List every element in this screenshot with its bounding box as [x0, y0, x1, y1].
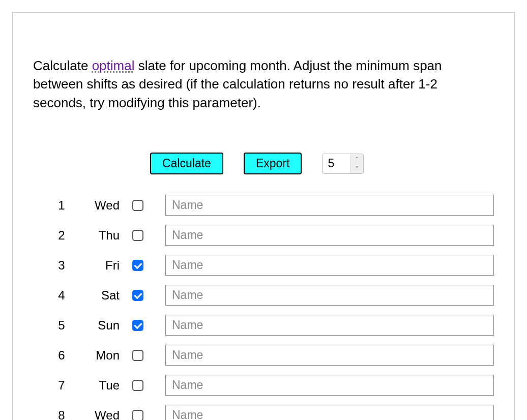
row-day-label: Sat	[77, 288, 123, 303]
row-name-cell	[153, 225, 494, 246]
row-number: 5	[51, 318, 72, 333]
row-checkbox-cell	[128, 290, 148, 301]
export-button[interactable]: Export	[244, 153, 302, 174]
row-name-cell	[153, 195, 494, 216]
row-day-label: Sun	[77, 318, 123, 333]
row-checkbox-cell	[128, 410, 148, 420]
stepper-buttons: ˄ ˅	[350, 154, 363, 173]
calculate-button[interactable]: Calculate	[150, 153, 223, 174]
row-name-cell	[153, 285, 494, 306]
row-day-label: Fri	[77, 258, 123, 273]
row-name-input[interactable]	[165, 255, 494, 276]
row-checkbox[interactable]	[132, 260, 143, 271]
row-name-input[interactable]	[165, 375, 494, 396]
day-row: 1Wed	[51, 195, 494, 216]
row-name-cell	[153, 405, 494, 420]
row-name-input[interactable]	[165, 195, 494, 216]
row-name-input[interactable]	[165, 315, 494, 336]
row-number: 8	[51, 408, 72, 420]
schedule-panel: Calculate optimal slate for upcoming mon…	[12, 12, 515, 420]
row-number: 7	[51, 378, 72, 393]
row-name-input[interactable]	[165, 345, 494, 366]
row-checkbox[interactable]	[132, 290, 143, 301]
day-row: 8Wed	[51, 405, 494, 420]
row-checkbox[interactable]	[132, 230, 143, 241]
day-row: 4Sat	[51, 285, 494, 306]
row-number: 4	[51, 288, 72, 303]
optimal-link[interactable]: optimal	[92, 58, 135, 73]
min-span-input[interactable]	[323, 154, 350, 173]
row-checkbox[interactable]	[132, 410, 143, 420]
row-day-label: Wed	[77, 408, 123, 420]
row-checkbox[interactable]	[132, 320, 143, 331]
controls-bar: Calculate Export ˄ ˅	[33, 153, 494, 174]
row-name-input[interactable]	[165, 405, 494, 420]
day-row: 6Mon	[51, 345, 494, 366]
row-day-label: Tue	[77, 378, 123, 393]
stepper-up-icon[interactable]: ˄	[350, 154, 363, 164]
row-day-label: Mon	[77, 348, 123, 363]
min-span-stepper[interactable]: ˄ ˅	[322, 154, 364, 174]
row-name-cell	[153, 375, 494, 396]
row-checkbox[interactable]	[132, 380, 143, 391]
stepper-down-icon[interactable]: ˅	[350, 164, 363, 173]
row-name-cell	[153, 345, 494, 366]
row-number: 3	[51, 258, 72, 273]
day-rows: 1Wed2Thu3Fri4Sat5Sun6Mon7Tue8Wed	[33, 195, 494, 420]
day-row: 5Sun	[51, 315, 494, 336]
row-number: 2	[51, 228, 72, 243]
day-row: 3Fri	[51, 255, 494, 276]
description-text: Calculate optimal slate for upcoming mon…	[33, 56, 494, 112]
row-day-label: Wed	[77, 198, 123, 213]
row-checkbox-cell	[128, 380, 148, 391]
row-day-label: Thu	[77, 228, 123, 243]
row-checkbox[interactable]	[132, 200, 143, 211]
row-checkbox-cell	[128, 260, 148, 271]
row-checkbox-cell	[128, 350, 148, 361]
row-checkbox-cell	[128, 320, 148, 331]
day-row: 7Tue	[51, 375, 494, 396]
row-name-cell	[153, 255, 494, 276]
row-name-input[interactable]	[165, 225, 494, 246]
description-pre: Calculate	[33, 58, 92, 73]
row-number: 6	[51, 348, 72, 363]
row-checkbox[interactable]	[132, 350, 143, 361]
row-number: 1	[51, 198, 72, 213]
day-row: 2Thu	[51, 225, 494, 246]
row-checkbox-cell	[128, 230, 148, 241]
row-checkbox-cell	[128, 200, 148, 211]
row-name-input[interactable]	[165, 285, 494, 306]
row-name-cell	[153, 315, 494, 336]
